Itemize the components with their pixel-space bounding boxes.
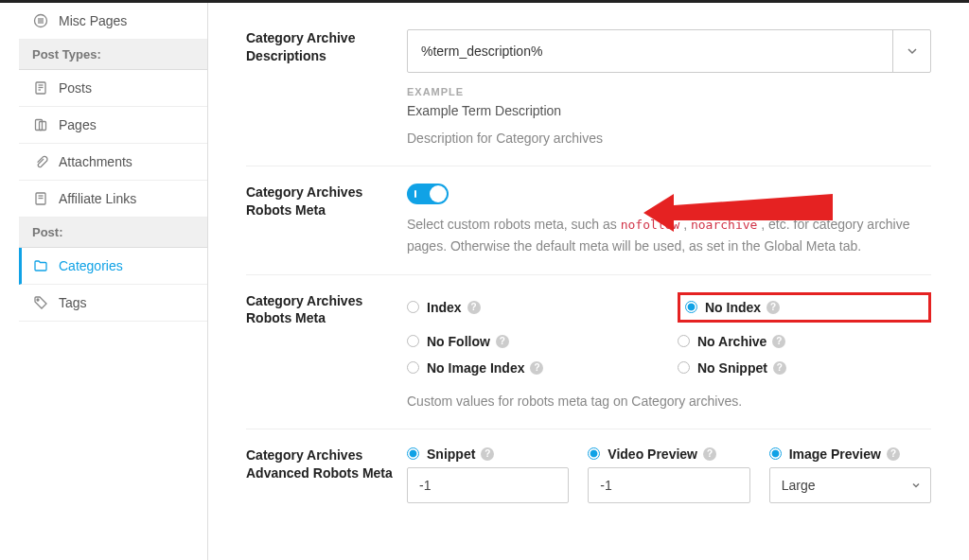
tag-icon (32, 294, 49, 311)
radio-no-archive[interactable]: No Archive? (678, 334, 931, 349)
description-field[interactable]: %term_description% (407, 29, 931, 73)
link-icon (32, 190, 49, 207)
sidebar-item-misc-pages[interactable]: Misc Pages (19, 3, 207, 40)
sidebar-item-affiliate-links[interactable]: Affiliate Links (19, 181, 207, 218)
robots-meta-toggle[interactable] (407, 184, 449, 204)
radio-no-follow[interactable]: No Follow? (407, 334, 661, 349)
radio-index[interactable]: Index? (407, 292, 661, 323)
section-advanced-robots-meta: Category Archives Advanced Robots Meta S… (246, 429, 931, 520)
help-icon[interactable]: ? (467, 301, 481, 314)
code-nofollow: nofollow (621, 218, 680, 232)
sidebar-item-tags[interactable]: Tags (19, 285, 207, 322)
section-label: Category Archives Robots Meta (246, 292, 407, 328)
field-label: Image Preview (789, 446, 881, 462)
example-label: EXAMPLE (407, 86, 931, 97)
sidebar-item-posts[interactable]: Posts (19, 70, 207, 107)
radio-no-image-index[interactable]: No Image Index? (407, 360, 661, 376)
attachment-icon (32, 153, 49, 170)
sidebar-item-label: Attachments (59, 154, 132, 169)
chevron-down-icon[interactable] (892, 30, 930, 72)
section-robots-meta-toggle: Category Archives Robots Meta Select cus… (246, 166, 931, 274)
sidebar-item-label: Misc Pages (59, 13, 127, 28)
svg-point-13 (37, 299, 39, 301)
code-noarchive: noarchive (691, 218, 757, 232)
section-description: Select custom robots meta, such as nofol… (407, 214, 931, 256)
circle-menu-icon (32, 12, 49, 29)
section-label: Category Archives Advanced Robots Meta (246, 446, 407, 482)
sidebar-item-categories[interactable]: Categories (19, 248, 207, 285)
section-label: Category Archive Descriptions (246, 29, 407, 65)
sidebar-item-label: Posts (59, 80, 92, 96)
help-icon[interactable]: ? (481, 447, 494, 461)
section-robots-meta-options: Category Archives Robots Meta Index? No … (246, 275, 931, 429)
post-icon (32, 79, 49, 96)
section-category-archive-descriptions: Category Archive Descriptions %term_desc… (246, 12, 931, 166)
radio-no-index[interactable]: No Index? (685, 300, 780, 315)
snippet-input[interactable] (407, 467, 569, 503)
section-label: Category Archives Robots Meta (246, 184, 407, 219)
section-description: Custom values for robots meta tag on Cat… (407, 391, 931, 411)
sidebar-item-label: Pages (59, 117, 97, 132)
sidebar-item-pages[interactable]: Pages (19, 107, 207, 144)
sidebar-item-label: Tags (59, 295, 87, 310)
video-preview-input[interactable] (588, 467, 749, 503)
example-text: Example Term Description (407, 103, 931, 118)
description-value: %term_description% (408, 32, 892, 70)
field-label: Snippet (427, 446, 475, 462)
sidebar-item-label: Affiliate Links (59, 191, 136, 206)
sidebar-header-post: Post: (19, 218, 207, 248)
radio-no-snippet[interactable]: No Snippet? (678, 360, 931, 376)
highlight-no-index: No Index? (678, 292, 931, 323)
sidebar-item-label: Categories (59, 258, 123, 273)
folder-icon (32, 257, 49, 274)
page-icon (32, 116, 49, 133)
sidebar: Misc Pages Post Types: Posts Pages Attac… (19, 3, 208, 560)
help-icon[interactable]: ? (703, 447, 716, 461)
field-label: Video Preview (608, 446, 697, 462)
help-icon[interactable]: ? (496, 335, 509, 348)
help-icon[interactable]: ? (530, 361, 543, 375)
help-icon[interactable]: ? (887, 447, 900, 461)
section-description: Description for Category archives (407, 128, 931, 149)
help-icon[interactable]: ? (766, 301, 780, 314)
sidebar-item-attachments[interactable]: Attachments (19, 144, 207, 181)
sidebar-header-post-types: Post Types: (19, 40, 207, 70)
image-preview-select[interactable]: Large (769, 467, 931, 503)
help-icon[interactable]: ? (772, 335, 785, 348)
help-icon[interactable]: ? (773, 361, 786, 375)
main-panel: Category Archive Descriptions %term_desc… (208, 3, 969, 560)
